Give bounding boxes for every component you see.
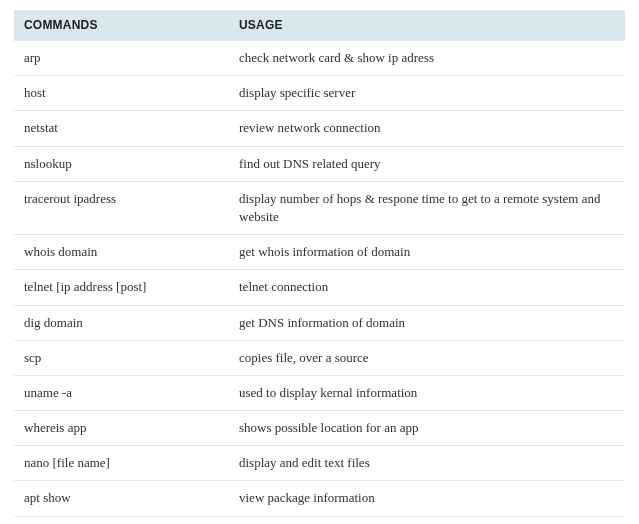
cell-usage: telnet connection [229, 270, 625, 305]
cell-usage: check network card & show ip adress [229, 41, 625, 76]
cell-command: tracerout ipadress [14, 181, 229, 234]
cell-command: nslookup [14, 146, 229, 181]
cell-command: scp [14, 340, 229, 375]
cell-command: telnet [ip address [post] [14, 270, 229, 305]
table-header-row: COMMANDS USAGE [14, 10, 625, 41]
table-row: nano [file name]display and edit text fi… [14, 446, 625, 481]
cell-usage: get DNS information of domain [229, 305, 625, 340]
table-row: whereis appshows possible location for a… [14, 411, 625, 446]
table-row: whois domainget whois information of dom… [14, 235, 625, 270]
table-row: apt showview package information [14, 481, 625, 516]
cell-usage: shows possible location for an app [229, 411, 625, 446]
table-row: uname -aused to display kernal informati… [14, 375, 625, 410]
cell-command: netstat [14, 111, 229, 146]
cell-usage: used to display kernal information [229, 375, 625, 410]
cell-command: append [local-file] remote file [14, 516, 229, 524]
cell-command: nano [file name] [14, 446, 229, 481]
cell-command: arp [14, 41, 229, 76]
header-usage: USAGE [229, 10, 625, 41]
cell-usage: view package information [229, 481, 625, 516]
cell-usage: display number of hops & respone time to… [229, 181, 625, 234]
cell-command: uname -a [14, 375, 229, 410]
table-row: append [local-file] remote fileappend a … [14, 516, 625, 524]
table-row: scpcopies file, over a source [14, 340, 625, 375]
cell-usage: copies file, over a source [229, 340, 625, 375]
table-row: hostdisplay specific server [14, 76, 625, 111]
cell-command: whois domain [14, 235, 229, 270]
cell-command: host [14, 76, 229, 111]
cell-usage: get whois information of domain [229, 235, 625, 270]
cell-usage: review network connection [229, 111, 625, 146]
table-row: netstatreview network connection [14, 111, 625, 146]
table-row: dig domainget DNS information of domain [14, 305, 625, 340]
table-row: tracerout ipadressdisplay number of hops… [14, 181, 625, 234]
table-row: nslookupfind out DNS related query [14, 146, 625, 181]
cell-usage: display and edit text files [229, 446, 625, 481]
commands-table: COMMANDS USAGE arpcheck network card & s… [14, 10, 625, 524]
cell-command: apt show [14, 481, 229, 516]
cell-usage: display specific server [229, 76, 625, 111]
header-commands: COMMANDS [14, 10, 229, 41]
table-row: telnet [ip address [post]telnet connecti… [14, 270, 625, 305]
table-row: arpcheck network card & show ip adress [14, 41, 625, 76]
cell-usage: find out DNS related query [229, 146, 625, 181]
cell-command: whereis app [14, 411, 229, 446]
cell-usage: append a local file to one on the remote [229, 516, 625, 524]
cell-command: dig domain [14, 305, 229, 340]
